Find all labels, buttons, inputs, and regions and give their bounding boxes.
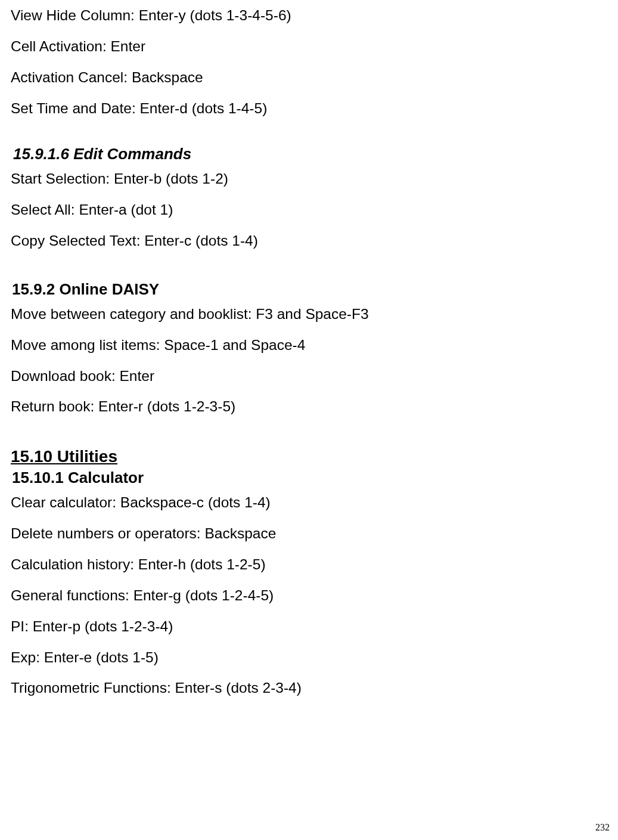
text-line: Cell Activation: Enter xyxy=(11,37,607,56)
text-line: Return book: Enter-r (dots 1-2-3-5) xyxy=(11,397,607,416)
text-line: Download book: Enter xyxy=(11,367,607,386)
text-line: Move between category and booklist: F3 a… xyxy=(11,305,607,324)
heading-edit-commands: 15.9.1.6 Edit Commands xyxy=(13,145,607,163)
text-line: PI: Enter-p (dots 1-2-3-4) xyxy=(11,617,607,636)
text-line: Select All: Enter-a (dot 1) xyxy=(11,200,607,219)
text-line: Calculation history: Enter-h (dots 1-2-5… xyxy=(11,555,607,574)
heading-utilities: 15.10 Utilities xyxy=(11,447,607,466)
text-line: Trigonometric Functions: Enter-s (dots 2… xyxy=(11,678,607,698)
text-line: Copy Selected Text: Enter-c (dots 1-4) xyxy=(11,231,607,250)
text-line: Clear calculator: Backspace-c (dots 1-4) xyxy=(11,493,607,512)
text-line: Start Selection: Enter-b (dots 1-2) xyxy=(11,169,607,188)
text-line: View Hide Column: Enter-y (dots 1-3-4-5-… xyxy=(11,6,607,25)
text-line: Delete numbers or operators: Backspace xyxy=(11,524,607,543)
text-line: Set Time and Date: Enter-d (dots 1-4-5) xyxy=(11,99,607,118)
page-number: 232 xyxy=(595,822,610,833)
text-line: Activation Cancel: Backspace xyxy=(11,68,607,87)
text-line: Exp: Enter-e (dots 1-5) xyxy=(11,648,607,667)
heading-online-daisy: 15.9.2 Online DAISY xyxy=(12,280,607,299)
text-line: Move among list items: Space-1 and Space… xyxy=(11,336,607,355)
text-line: General functions: Enter-g (dots 1-2-4-5… xyxy=(11,586,607,605)
heading-calculator: 15.10.1 Calculator xyxy=(12,469,607,487)
